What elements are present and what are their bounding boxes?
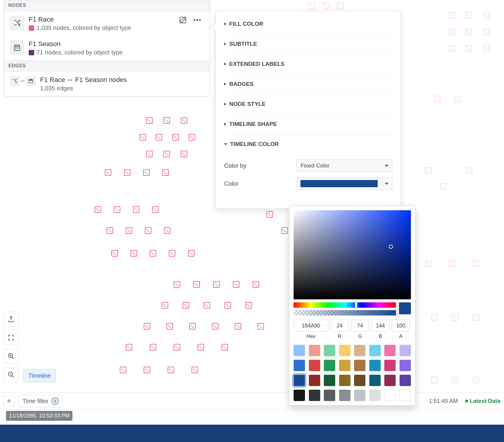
a-label: A — [399, 333, 402, 339]
latest-label: Latest Data — [470, 398, 500, 404]
color-by-label: Color by — [224, 162, 263, 169]
nodes-header: NODES — [4, 0, 210, 11]
timeline-ruler[interactable]: 11/18/1995, 10:53:33 PM — [0, 410, 504, 425]
swatch[interactable] — [354, 390, 365, 401]
swatch[interactable] — [384, 345, 396, 356]
swatch[interactable] — [384, 360, 396, 371]
alpha-knob[interactable] — [395, 309, 397, 316]
section-timeline-shape[interactable]: TIMELINE SHAPE — [224, 114, 392, 134]
swatch[interactable] — [294, 345, 305, 356]
a-input[interactable] — [392, 320, 410, 332]
section-label: NODE STYLE — [229, 101, 265, 107]
caret-right-icon — [224, 103, 226, 106]
collapse-button[interactable] — [4, 396, 14, 406]
shuffle-icon — [10, 76, 20, 86]
map-toolbar — [4, 312, 19, 382]
caret-right-icon — [224, 42, 226, 45]
timeline-toolbar: Time filter 1:51:45 AM Latest Data — [0, 392, 504, 410]
hue-knob[interactable] — [355, 301, 357, 309]
swatch[interactable] — [324, 360, 335, 371]
hex-input[interactable] — [294, 320, 328, 332]
color-select[interactable] — [297, 177, 392, 190]
swatch[interactable] — [400, 345, 411, 356]
swatch[interactable] — [354, 360, 365, 371]
swatch[interactable] — [369, 345, 381, 356]
node-title: F1 Race — [29, 16, 178, 23]
section-extended-labels[interactable]: EXTENDED LABELS — [224, 54, 392, 74]
node-layer-row[interactable]: F1 Season 71 nodes, colored by object ty… — [4, 36, 210, 60]
end-timestamp: 1:51:45 AM — [429, 398, 458, 404]
swatch[interactable] — [324, 345, 335, 356]
b-input[interactable] — [371, 320, 389, 332]
zoom-out-button[interactable] — [4, 367, 19, 382]
saturation-knob[interactable] — [389, 245, 393, 249]
swatch[interactable] — [384, 375, 396, 386]
caret-right-icon — [224, 123, 226, 126]
fullscreen-button[interactable] — [4, 330, 19, 345]
section-timeline-color[interactable]: TIMELINE COLOR — [224, 134, 392, 154]
section-fill-color[interactable]: FILL COLOR — [224, 14, 392, 34]
status-dot-icon — [465, 400, 468, 403]
chevron-down-icon — [385, 183, 388, 185]
edge-icons — [10, 76, 36, 86]
hex-label: Hex — [306, 333, 315, 339]
export-button[interactable] — [4, 312, 19, 327]
svg-point-2 — [196, 19, 198, 21]
edges-header: EDGES — [4, 60, 210, 72]
r-input[interactable] — [331, 320, 349, 332]
color-by-select[interactable]: Fixed Color — [297, 159, 392, 172]
swatch[interactable] — [400, 375, 411, 386]
latest-data-badge[interactable]: Latest Data — [465, 398, 500, 404]
swatch[interactable] — [294, 375, 305, 386]
swatch[interactable] — [339, 360, 350, 371]
svg-point-1 — [194, 19, 195, 21]
swatch[interactable] — [309, 375, 320, 386]
node-title: F1 Season — [29, 40, 204, 48]
caret-right-icon — [224, 83, 226, 86]
swatch[interactable] — [369, 360, 381, 371]
swatch[interactable] — [339, 345, 350, 356]
color-preview — [399, 302, 411, 314]
swatch[interactable] — [294, 390, 305, 401]
section-subtitle[interactable]: SUBTITLE — [224, 34, 392, 54]
color-picker: Hex R G B A — [289, 206, 415, 406]
node-layer-row[interactable]: F1 Race 1,035 nodes, colored by object t… — [4, 11, 210, 36]
time-filter-button[interactable]: Time filter — [19, 395, 63, 407]
swatch[interactable] — [369, 390, 381, 401]
swatch[interactable] — [309, 390, 320, 401]
saturation-field[interactable] — [294, 210, 411, 299]
chevron-down-icon — [385, 165, 388, 167]
swatch[interactable] — [369, 375, 381, 386]
zoom-in-button[interactable] — [4, 349, 19, 364]
swatch[interactable] — [400, 390, 411, 401]
swatch[interactable] — [400, 360, 411, 371]
swatch[interactable] — [324, 375, 335, 386]
swatch[interactable] — [294, 360, 305, 371]
timeline-toggle[interactable]: Timeline — [23, 369, 56, 382]
swatch[interactable] — [324, 390, 335, 401]
swatch[interactable] — [309, 360, 320, 371]
edit-icon[interactable] — [178, 16, 187, 25]
shuffle-icon — [10, 16, 25, 31]
node-subtitle: 1,035 nodes, colored by object type — [37, 25, 131, 31]
calendar-icon — [10, 40, 25, 55]
swatch[interactable] — [309, 345, 320, 356]
swatch[interactable] — [354, 375, 365, 386]
edge-layer-row[interactable]: F1 Race ↔ F1 Season nodes 1,035 edges — [4, 72, 210, 96]
node-subtitle: 71 nodes, colored by object type — [37, 49, 123, 56]
color-label: Color — [224, 180, 263, 187]
hue-slider[interactable] — [294, 302, 396, 308]
swatch[interactable] — [339, 375, 350, 386]
section-label: EXTENDED LABELS — [229, 61, 285, 67]
swatch[interactable] — [384, 390, 396, 401]
more-icon[interactable] — [193, 16, 202, 25]
section-badges[interactable]: BADGES — [224, 74, 392, 94]
swatch[interactable] — [339, 390, 350, 401]
section-node-style[interactable]: NODE STYLE — [224, 94, 392, 114]
swatch[interactable] — [354, 345, 365, 356]
edge-title: F1 Race ↔ F1 Season nodes — [40, 76, 204, 84]
caret-right-icon — [224, 63, 226, 65]
alpha-slider[interactable] — [294, 310, 396, 316]
g-input[interactable] — [351, 320, 369, 332]
timeline-band[interactable] — [0, 425, 504, 442]
